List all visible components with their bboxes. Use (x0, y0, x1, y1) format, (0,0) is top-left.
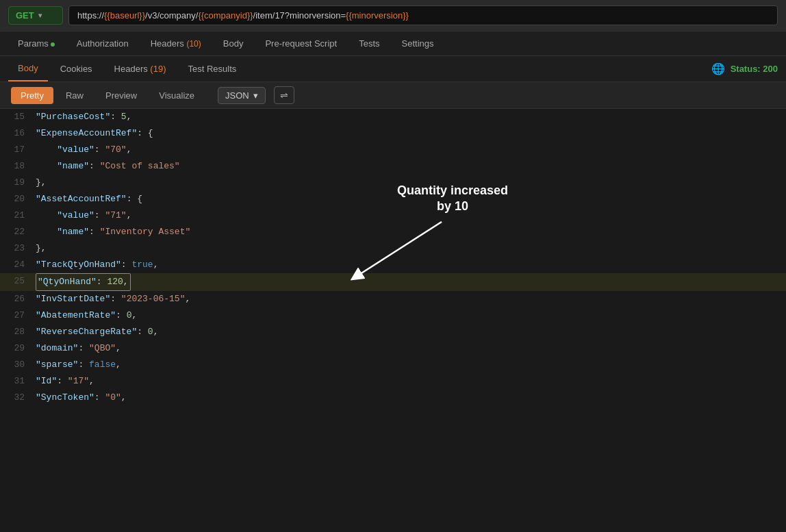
tab-body[interactable]: Body (214, 31, 253, 55)
code-line-28: 28 "ReverseChargeRate": 0, (0, 324, 786, 340)
url-input[interactable]: https://{{baseurl}}/v3/company/{{company… (68, 5, 778, 25)
status-area: 🌐 Status: 200 (711, 62, 778, 75)
tab-response-body[interactable]: Body (8, 56, 48, 81)
code-line-31: 31 "Id": "17", (0, 373, 786, 390)
code-line-15: 15 "PurchaseCost": 5, (0, 109, 786, 125)
request-tabs: Params Authorization Headers (10) Body P… (0, 31, 786, 56)
code-area[interactable]: 15 "PurchaseCost": 5, 16 "ExpenseAccount… (0, 109, 786, 520)
method-button[interactable]: GET ▾ (8, 6, 63, 25)
url-text-3: /item/17?minorversion= (253, 10, 346, 21)
code-line-16: 16 "ExpenseAccountRef": { (0, 125, 786, 142)
globe-icon: 🌐 (711, 62, 725, 75)
code-line-24: 24 "TrackQtyOnHand": true, (0, 257, 786, 273)
code-line-20: 20 "AssetAccountRef": { (0, 191, 786, 207)
url-text-2: /v3/company/ (145, 10, 198, 21)
code-line-29: 29 "domain": "QBO", (0, 340, 786, 357)
tab-response-cookies[interactable]: Cookies (51, 57, 102, 81)
code-line-25: 25 "QtyOnHand": 120, (0, 273, 786, 291)
tab-raw[interactable]: Raw (56, 87, 93, 104)
tab-visualize[interactable]: Visualize (149, 87, 204, 104)
params-dot (51, 42, 55, 47)
tab-authorization[interactable]: Authorization (67, 31, 138, 55)
tab-response-headers[interactable]: Headers (19) (105, 57, 176, 81)
url-var-minorversion: {{minorversion}} (346, 10, 409, 21)
url-text-1: https:// (77, 10, 104, 21)
tab-pretty[interactable]: Pretty (11, 87, 53, 104)
code-line-21: 21 "value": "71", (0, 207, 786, 224)
code-line-23: 23 }, (0, 240, 786, 257)
format-select[interactable]: JSON ▾ (218, 87, 266, 104)
code-line-18: 18 "name": "Cost of sales" (0, 158, 786, 175)
status-badge: Status: 200 (731, 64, 778, 74)
code-line-19: 19 }, (0, 175, 786, 191)
tab-tests[interactable]: Tests (349, 31, 389, 55)
code-line-32: 32 "SyncToken": "0", (0, 390, 786, 406)
code-line-30: 30 "sparse": false, (0, 357, 786, 373)
code-line-17: 17 "value": "70", (0, 142, 786, 158)
url-var-companyid: {{companyid}} (198, 10, 253, 21)
tab-headers[interactable]: Headers (10) (141, 31, 211, 55)
code-line-27: 27 "AbatementRate": 0, (0, 307, 786, 324)
tab-preview[interactable]: Preview (96, 87, 147, 104)
response-bar: Body Cookies Headers (19) Test Results 🌐… (0, 56, 786, 82)
method-label: GET (16, 10, 34, 21)
wrap-button[interactable]: ⇌ (274, 86, 294, 104)
code-line-22: 22 "name": "Inventory Asset" (0, 224, 786, 240)
url-var-baseurl: {{baseurl}} (104, 10, 145, 21)
tab-params[interactable]: Params (8, 31, 64, 55)
format-chevron-icon: ▾ (253, 90, 258, 101)
tab-pre-request-script[interactable]: Pre-request Script (255, 31, 346, 55)
tab-settings[interactable]: Settings (392, 31, 444, 55)
url-bar: GET ▾ https://{{baseurl}}/v3/company/{{c… (0, 0, 786, 31)
code-line-26: 26 "InvStartDate": "2023-06-15", (0, 291, 786, 307)
body-view-tabs: Pretty Raw Preview Visualize JSON ▾ ⇌ (0, 82, 786, 109)
method-chevron-icon: ▾ (38, 12, 42, 19)
tab-test-results[interactable]: Test Results (178, 57, 246, 81)
